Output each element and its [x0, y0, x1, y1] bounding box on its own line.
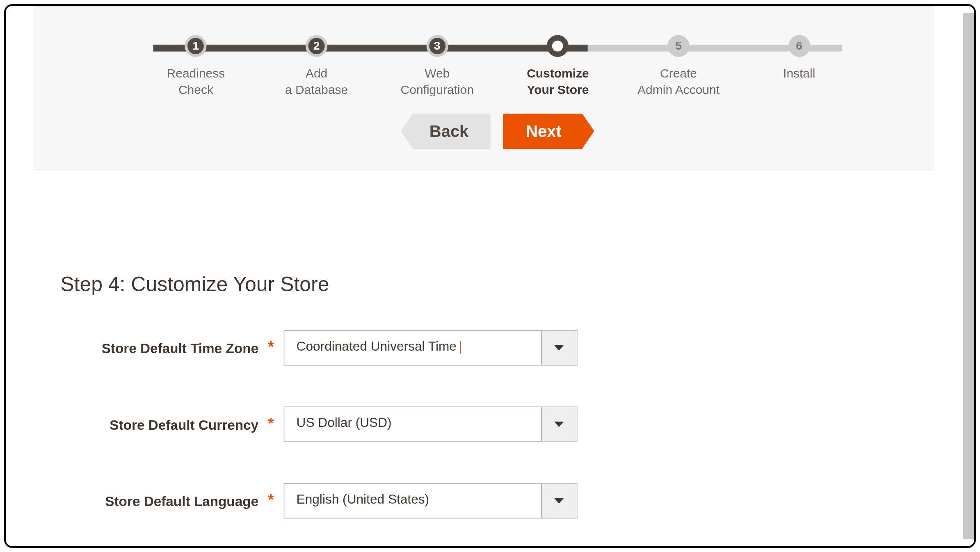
- currency-label: Store Default Currency: [60, 406, 265, 435]
- step-customize-store[interactable]: Customize Your Store: [498, 35, 618, 98]
- step-label: Readiness Check: [167, 65, 225, 98]
- step-add-database[interactable]: 2 Add a Database: [256, 35, 377, 98]
- language-dropdown-button[interactable]: [541, 484, 577, 518]
- step-readiness-check[interactable]: 1 Readiness Check: [135, 35, 256, 98]
- step-install[interactable]: 6 Install: [739, 35, 859, 82]
- step-label: Web Configuration: [401, 65, 474, 98]
- step-web-configuration[interactable]: 3 Web Configuration: [377, 35, 498, 98]
- progress-stepper: 1 Readiness Check 2 Add a Database 3 Web…: [135, 35, 859, 114]
- nav-buttons: Back Next: [60, 113, 934, 169]
- chevron-down-icon: [554, 498, 564, 503]
- step-circle-icon: 6: [788, 35, 810, 57]
- field-language: Store Default Language * English (United…: [60, 483, 934, 518]
- currency-select[interactable]: US Dollar (USD): [283, 406, 577, 442]
- step-circle-icon: 5: [667, 35, 689, 57]
- wizard-header: 1 Readiness Check 2 Add a Database 3 Web…: [33, 6, 935, 170]
- chevron-down-icon: [554, 345, 564, 350]
- next-button[interactable]: Next: [503, 113, 594, 149]
- field-timezone: Store Default Time Zone * Coordinated Un…: [60, 330, 934, 365]
- step-label: Install: [783, 65, 815, 82]
- step-label: Customize Your Store: [527, 65, 589, 98]
- step-circle-icon: 3: [426, 35, 448, 57]
- currency-dropdown-button[interactable]: [541, 407, 577, 441]
- content-area: 1 Readiness Check 2 Add a Database 3 Web…: [6, 6, 962, 518]
- timezone-dropdown-button[interactable]: [541, 331, 577, 365]
- language-label: Store Default Language: [60, 483, 265, 511]
- page-title: Step 4: Customize Your Store: [60, 272, 934, 296]
- step-label: Add a Database: [285, 65, 348, 98]
- language-selected-value: English (United States): [284, 484, 541, 518]
- step-circle-icon: [547, 35, 569, 57]
- step-circle-icon: 2: [306, 35, 327, 57]
- required-indicator-icon: *: [265, 330, 283, 356]
- required-indicator-icon: *: [265, 406, 283, 432]
- timezone-select[interactable]: Coordinated Universal Time |: [283, 330, 577, 365]
- currency-selected-value: US Dollar (USD): [284, 407, 541, 441]
- vertical-scrollbar[interactable]: [963, 13, 974, 539]
- chevron-down-icon: [554, 421, 564, 427]
- timezone-selected-value: Coordinated Universal Time |: [284, 331, 541, 365]
- language-select[interactable]: English (United States): [283, 483, 577, 518]
- step-create-admin[interactable]: 5 Create Admin Account: [618, 35, 739, 98]
- step-circle-icon: 1: [185, 35, 207, 57]
- step-label: Create Admin Account: [637, 65, 720, 98]
- back-button[interactable]: Back: [401, 113, 491, 149]
- app-frame: 1 Readiness Check 2 Add a Database 3 Web…: [4, 4, 976, 548]
- timezone-label: Store Default Time Zone: [60, 330, 265, 358]
- required-indicator-icon: *: [265, 483, 283, 509]
- field-currency: Store Default Currency * US Dollar (USD): [60, 406, 934, 442]
